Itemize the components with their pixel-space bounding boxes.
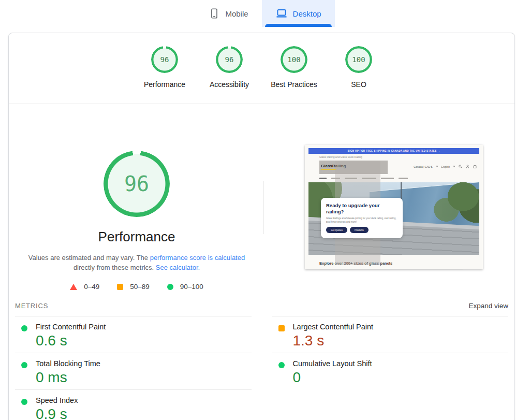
accessibility-gauge-label: Accessibility <box>210 80 249 89</box>
metric-value: 1.3 s <box>293 333 509 349</box>
chevron-down-icon <box>436 165 438 167</box>
metrics-heading: METRICS <box>15 302 48 310</box>
seo-score: 100 <box>345 46 372 73</box>
performance-section: 96 Performance Values are estimated and … <box>9 104 514 296</box>
score-disclaimer: Values are estimated and may vary. The p… <box>27 253 246 272</box>
good-circle-icon <box>21 325 27 331</box>
tab-desktop[interactable]: Desktop <box>262 0 335 27</box>
fail-triangle-icon <box>70 284 77 290</box>
summary-gauge-accessibility[interactable]: 96 Accessibility <box>197 46 262 89</box>
expand-view-button[interactable]: Expand view <box>468 302 508 310</box>
metrics-right-column: Largest Contentful Paint 1.3 s Cumulativ… <box>272 316 509 420</box>
metric-first-contentful-paint: First Contentful Paint 0.6 s <box>15 316 252 353</box>
best-practices-gauge-ring: 100 <box>281 46 307 73</box>
seo-gauge-label: SEO <box>351 80 366 89</box>
logo-accent <box>321 169 336 170</box>
disclaimer-text: Values are estimated and may vary. The <box>28 254 150 262</box>
thumb-hero-body: Glass Railings at wholesale pricing for … <box>326 217 398 224</box>
metrics-header: METRICS Expand view <box>9 296 514 316</box>
account-icon <box>466 165 469 168</box>
metric-largest-contentful-paint: Largest Contentful Paint 1.3 s <box>272 316 509 353</box>
metric-total-blocking-time: Total Blocking Time 0 ms <box>15 353 252 390</box>
tab-mobile[interactable]: Mobile <box>195 0 261 27</box>
good-circle-icon <box>21 362 27 368</box>
metrics-grid: First Contentful Paint 0.6 s Total Block… <box>9 316 514 420</box>
metric-value: 0.9 s <box>36 407 252 420</box>
legend-good: 90–100 <box>167 283 203 291</box>
score-summary-row: 96 Performance 96 Accessibility 100 Best… <box>132 46 391 89</box>
performance-score: 96 <box>151 46 178 73</box>
legend-good-range: 90–100 <box>180 283 203 291</box>
score-legend: 0–49 50–89 90–100 <box>9 283 264 291</box>
tab-desktop-label: Desktop <box>293 9 321 18</box>
chevron-down-icon <box>453 165 455 167</box>
metric-value: 0 ms <box>36 370 252 385</box>
thumb-announcement-bar: SIGN UP FOR FREE SHIPPING IN CANADA AND … <box>308 148 479 154</box>
trees-graphic <box>416 182 479 223</box>
vertical-divider <box>263 181 264 234</box>
mobile-phone-icon <box>209 8 220 19</box>
thumb-language: English <box>441 165 450 168</box>
metric-name: Total Blocking Time <box>36 359 252 368</box>
best-practices-score: 100 <box>281 46 307 73</box>
active-tab-underline <box>265 24 332 27</box>
summary-gauge-performance[interactable]: 96 Performance <box>132 46 197 89</box>
thumb-tagline: Glass Railing and Glass Deck Railing <box>319 155 362 158</box>
thumb-get-quotes-button: Get Quotes <box>326 227 347 233</box>
accessibility-gauge-ring: 96 <box>216 46 243 73</box>
metrics-left-column: First Contentful Paint 0.6 s Total Block… <box>15 316 252 420</box>
metric-name: Speed Index <box>36 396 252 404</box>
metric-speed-index: Speed Index 0.9 s <box>15 390 252 420</box>
report-card: 96 Performance 96 Accessibility 100 Best… <box>8 33 515 420</box>
metric-cumulative-layout-shift: Cumulative Layout Shift 0 <box>272 353 509 389</box>
legend-average: 50–89 <box>117 283 150 291</box>
legend-average-range: 50–89 <box>130 283 150 291</box>
device-tabbar: Mobile Desktop <box>0 0 530 27</box>
performance-gauge-ring: 96 <box>151 46 178 73</box>
good-circle-icon <box>21 399 27 405</box>
metric-value: 0 <box>293 370 509 385</box>
thumb-hero-card: Ready to upgrade your railing? Glass Rai… <box>321 198 403 238</box>
performance-summary-panel: 96 Performance Values are estimated and … <box>9 104 264 296</box>
thumb-products-button: Products <box>350 227 369 233</box>
average-square-icon <box>278 325 285 331</box>
good-circle-icon <box>278 362 285 368</box>
disclaimer-text-2: directly from these metrics. <box>73 264 156 271</box>
search-icon <box>459 165 462 168</box>
metric-name: Largest Contentful Paint <box>293 323 509 331</box>
accessibility-score: 96 <box>216 46 243 73</box>
summary-gauge-seo[interactable]: 100 SEO <box>327 46 391 89</box>
screenshot-panel: SIGN UP FOR FREE SHIPPING IN CANADA AND … <box>264 104 514 296</box>
thumb-hero-heading: Ready to upgrade your railing? <box>326 202 398 215</box>
thumb-header-utilities: Canada | CAD $ English <box>414 165 477 168</box>
average-square-icon <box>117 284 123 290</box>
legend-fail-range: 0–49 <box>84 283 99 291</box>
thumb-announcement-text: SIGN UP FOR FREE SHIPPING IN CANADA AND … <box>348 150 440 152</box>
thumb-hero-image: Ready to upgrade your railing? Glass Rai… <box>308 182 479 255</box>
metric-name: Cumulative Layout Shift <box>293 359 509 368</box>
tab-mobile-label: Mobile <box>225 9 248 18</box>
thumb-locale: Canada | CAD $ <box>414 165 432 168</box>
metric-value: 0.6 s <box>36 333 252 349</box>
see-calculator-link[interactable]: See calculator. <box>156 264 200 271</box>
thumb-paragraph-placeholder <box>319 269 463 269</box>
performance-big-score: 96 <box>104 151 170 217</box>
good-circle-icon <box>167 284 173 290</box>
desktop-laptop-icon <box>275 7 288 20</box>
score-calc-link[interactable]: performance score is calculated <box>150 254 245 262</box>
best-practices-gauge-label: Best Practices <box>271 80 317 89</box>
seo-gauge-ring: 100 <box>345 46 372 73</box>
cart-bag-icon <box>473 165 477 168</box>
performance-section-title: Performance <box>9 229 264 245</box>
summary-gauge-best-practices[interactable]: 100 Best Practices <box>262 46 327 89</box>
performance-big-gauge: 96 <box>104 151 170 217</box>
legend-fail: 0–49 <box>70 283 99 291</box>
performance-gauge-label: Performance <box>144 80 185 89</box>
metric-name: First Contentful Paint <box>36 323 252 331</box>
site-screenshot-thumbnail: SIGN UP FOR FREE SHIPPING IN CANADA AND … <box>305 145 483 269</box>
